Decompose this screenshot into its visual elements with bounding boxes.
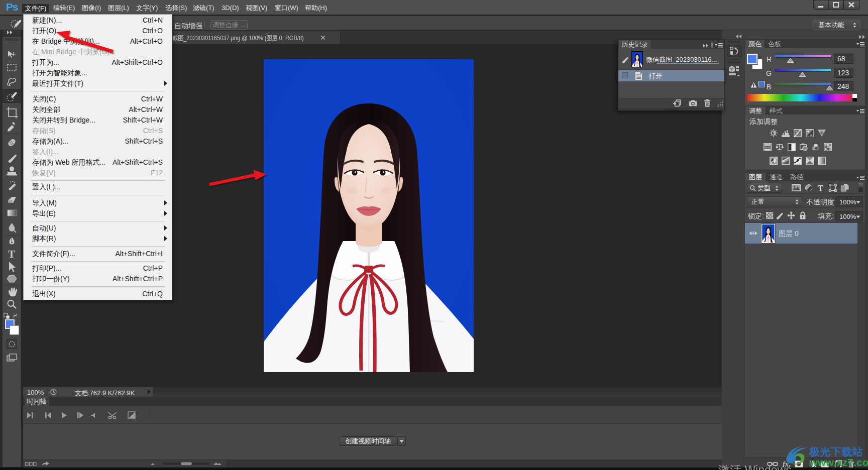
svg-text:fx: fx — [783, 460, 789, 468]
svg-text:T: T — [8, 248, 15, 260]
svg-text:T: T — [818, 184, 823, 192]
